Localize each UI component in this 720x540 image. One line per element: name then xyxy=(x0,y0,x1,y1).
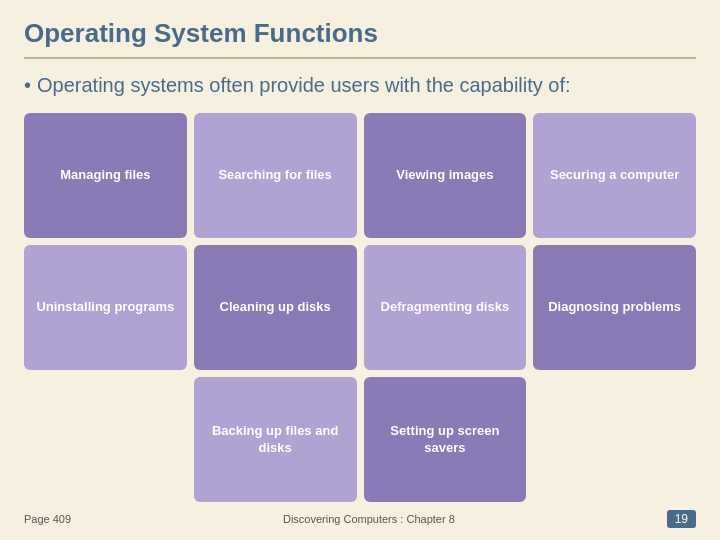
tile-empty-2 xyxy=(533,377,696,502)
tile-diagnosing-problems: Diagnosing problems xyxy=(533,245,696,370)
tile-empty-1 xyxy=(24,377,187,502)
tiles-grid: Managing files Searching for files Viewi… xyxy=(24,113,696,502)
slide-footer: Page 409 Discovering Computers : Chapter… xyxy=(24,510,696,528)
tile-screen-savers: Setting up screen savers xyxy=(364,377,527,502)
tile-managing-files: Managing files xyxy=(24,113,187,238)
slide: Operating System Functions •Operating sy… xyxy=(0,0,720,540)
slide-bullet: •Operating systems often provide users w… xyxy=(24,71,696,99)
bullet-text: Operating systems often provide users wi… xyxy=(37,74,571,96)
footer-page: Page 409 xyxy=(24,513,71,525)
tile-backing-up: Backing up files and disks xyxy=(194,377,357,502)
tile-viewing-images: Viewing images xyxy=(364,113,527,238)
footer-number: 19 xyxy=(667,510,696,528)
tile-defragmenting-disks: Defragmenting disks xyxy=(364,245,527,370)
slide-title: Operating System Functions xyxy=(24,18,696,59)
tile-searching-files: Searching for files xyxy=(194,113,357,238)
footer-center: Discovering Computers : Chapter 8 xyxy=(283,513,455,525)
bullet-marker: • xyxy=(24,74,31,96)
tile-uninstalling-programs: Uninstalling programs xyxy=(24,245,187,370)
tile-securing-computer: Securing a computer xyxy=(533,113,696,238)
tile-cleaning-disks: Cleaning up disks xyxy=(194,245,357,370)
